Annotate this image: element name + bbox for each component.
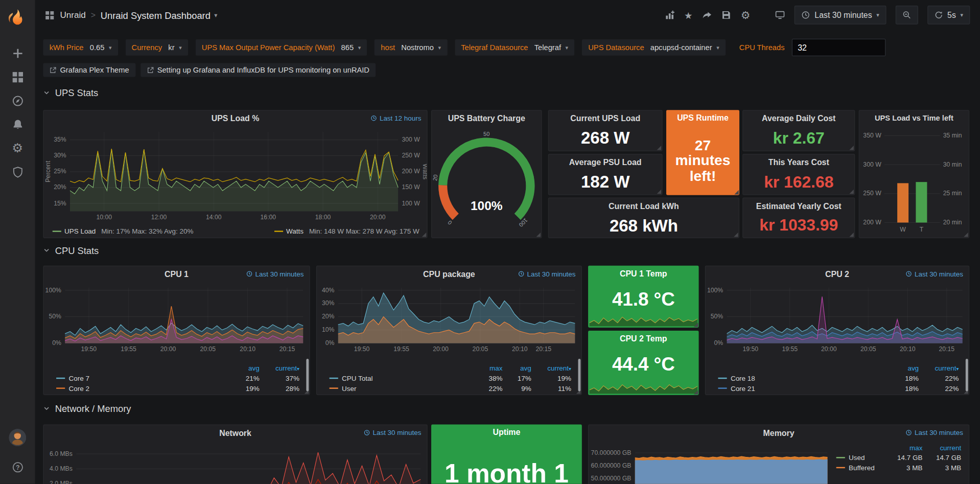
add-icon[interactable] <box>4 41 31 65</box>
variable-value[interactable]: 865 <box>341 43 354 52</box>
variable-kwh-price[interactable]: kWh Price 0.65 ▾ <box>43 39 118 56</box>
save-icon[interactable] <box>721 10 732 20</box>
panel-title[interactable]: UPS Battery Charge <box>432 111 541 127</box>
variable-value[interactable]: 0.65 <box>90 43 105 52</box>
legend-sort-current[interactable]: current▾ <box>919 364 959 372</box>
panel-title[interactable]: UPS Load vs Time left <box>859 111 969 127</box>
legend-scrollbar[interactable] <box>966 359 968 391</box>
link-ups-monitoring-guide[interactable]: Setting up Grafana and InfluxDB for UPS … <box>141 63 376 77</box>
stat-value: kr 1033.99 <box>743 214 854 237</box>
server-admin-shield-icon[interactable] <box>4 160 31 183</box>
tv-cycle-icon[interactable] <box>775 10 785 20</box>
svg-text:25 min: 25 min <box>943 190 962 197</box>
svg-text:6.0 MBs: 6.0 MBs <box>50 450 73 457</box>
legend-series[interactable]: Core 18 <box>718 375 886 382</box>
page-title[interactable]: Unraid System Dashboard <box>101 10 211 20</box>
svg-text:350 W: 350 W <box>863 132 881 139</box>
legend-sort-avg[interactable]: avg <box>502 364 531 372</box>
variable-value[interactable]: Nostromo <box>401 43 434 52</box>
legend-series[interactable]: CPU Total <box>330 375 472 382</box>
legend-item[interactable]: WattsMin: 148 W Max: 278 W Avg: 175 W <box>274 227 419 235</box>
chevron-down-icon <box>43 405 50 412</box>
variable-ups-datasource[interactable]: UPS Datasource apcupsd-container ▾ <box>582 39 726 56</box>
share-icon[interactable] <box>702 10 712 20</box>
variable-value[interactable]: kr <box>168 43 174 52</box>
zoom-out-button[interactable] <box>896 6 918 25</box>
cpu1-chart[interactable]: 19:5019:5520:0020:0520:1020:150%50%100% <box>44 283 310 355</box>
panel-title[interactable]: This Years Cost <box>743 154 854 170</box>
cpu1-temp-sparkline <box>589 314 697 326</box>
help-icon[interactable]: ? <box>4 455 31 478</box>
legend-sort-avg[interactable]: avg <box>227 364 260 372</box>
svg-text:Percent: Percent <box>44 160 52 182</box>
explore-compass-icon[interactable] <box>4 89 31 112</box>
dashboard-settings-gear-icon[interactable]: ⚙ <box>741 10 751 20</box>
ups-load-time-bar-chart[interactable]: 200 W250 W300 W350 W20 min25 min30 min35… <box>859 127 969 235</box>
cpu2-chart[interactable]: 19:5019:5520:0020:0520:1020:150%50%100% <box>706 283 969 355</box>
section-cpu-stats[interactable]: CPU Stats <box>43 245 99 256</box>
memory-chart[interactable]: 50.000000 GB60.000000 GB70.000000 GB <box>589 442 832 484</box>
svg-text:50: 50 <box>483 131 489 137</box>
legend-series[interactable]: Core 2 <box>56 384 227 392</box>
add-panel-icon[interactable] <box>665 10 675 20</box>
variable-currency[interactable]: Currency kr ▾ <box>125 39 188 56</box>
legend-sort-avg[interactable]: avg <box>886 364 919 372</box>
section-network-memory[interactable]: Network / Memory <box>43 403 131 414</box>
configuration-gear-icon[interactable]: ⚙ <box>4 136 31 160</box>
panel-title[interactable]: Current UPS Load <box>549 111 662 127</box>
legend-sort-current[interactable]: current▾ <box>531 364 571 372</box>
svg-text:150 W: 150 W <box>402 184 421 191</box>
variable-telegraf-datasource[interactable]: Telegraf Datasource Telegraf ▾ <box>455 39 574 56</box>
variable-ups-max-output[interactable]: UPS Max Output Power Capacity (Watt) 865… <box>196 39 367 56</box>
panel-title[interactable]: Average PSU Load <box>549 154 662 170</box>
link-grafana-plex-theme[interactable]: Grafana Plex Theme <box>43 63 135 77</box>
panel-title[interactable]: CPU 2 Temp <box>588 331 699 347</box>
legend-sort-max[interactable]: max <box>886 444 922 451</box>
legend-series[interactable]: Core 7 <box>56 375 227 382</box>
panel-title[interactable]: CPU 1 Temp <box>588 266 699 282</box>
legend-item[interactable]: UPS LoadMin: 17% Max: 32% Avg: 20% <box>53 227 194 235</box>
legend-header-row: max avg current▾ <box>317 363 576 374</box>
panel-title[interactable]: Average Daily Cost <box>743 111 854 127</box>
star-icon[interactable]: ★ <box>684 10 692 19</box>
cpu-package-chart[interactable]: 19:5019:5520:0020:0520:1020:150%10%20%30… <box>317 283 581 355</box>
user-avatar[interactable] <box>9 429 26 446</box>
panel-title[interactable]: Estimated Yearly Cost <box>743 198 854 214</box>
legend-series[interactable]: Used <box>836 454 886 462</box>
clock-icon <box>246 271 252 277</box>
dashboard-caret-icon[interactable]: ▾ <box>214 12 217 18</box>
ups-load-chart[interactable]: 10:0012:0014:0016:0018:0020:0015%20%25%3… <box>44 127 427 222</box>
legend: avg current▾ Core 7 21% 37% Core 2 19% 2… <box>44 363 305 394</box>
panel-title[interactable]: UPS Load % <box>44 111 427 127</box>
legend-series[interactable]: Buffered <box>836 464 886 472</box>
variable-value[interactable]: apcupsd-container <box>650 43 712 52</box>
stat-value: kr 2.67 <box>743 126 854 151</box>
panel-title[interactable]: Current Load kWh <box>549 198 739 214</box>
legend-sort-current[interactable]: current <box>922 444 961 451</box>
section-ups-stats[interactable]: UPS Stats <box>43 87 98 98</box>
panel-title[interactable]: Uptime <box>431 425 582 441</box>
caret-down-icon: ▾ <box>716 44 719 51</box>
legend-series[interactable]: User <box>330 384 472 392</box>
variable-label: CPU Threads <box>739 43 785 52</box>
svg-text:18:00: 18:00 <box>315 214 331 221</box>
breadcrumb-folder[interactable]: Unraid <box>60 10 85 20</box>
grafana-logo-icon[interactable] <box>4 5 31 33</box>
variable-value[interactable]: Telegraf <box>534 43 561 52</box>
refresh-button[interactable]: 5s ▾ <box>927 6 970 25</box>
legend-row: User 22% 9% 11% <box>317 383 576 394</box>
legend-sort-current[interactable]: current▾ <box>260 364 299 372</box>
legend-sort-max[interactable]: max <box>471 364 502 372</box>
clock-icon <box>364 429 370 435</box>
variable-host[interactable]: host Nostromo ▾ <box>375 39 447 56</box>
network-chart[interactable]: 2.0 MBs4.0 MBs6.0 MBs <box>44 442 427 484</box>
panel-title[interactable]: UPS Runtime <box>666 110 739 126</box>
alerting-bell-icon[interactable] <box>4 112 31 136</box>
legend-series[interactable]: Core 21 <box>718 384 886 392</box>
time-range-picker[interactable]: Last 30 minutes ▾ <box>795 6 886 25</box>
legend-scrollbar[interactable] <box>306 359 309 391</box>
cpu-threads-input[interactable] <box>792 39 885 56</box>
dashboards-icon[interactable] <box>4 65 31 88</box>
svg-text:0%: 0% <box>325 339 335 347</box>
legend-scrollbar[interactable] <box>578 359 580 391</box>
